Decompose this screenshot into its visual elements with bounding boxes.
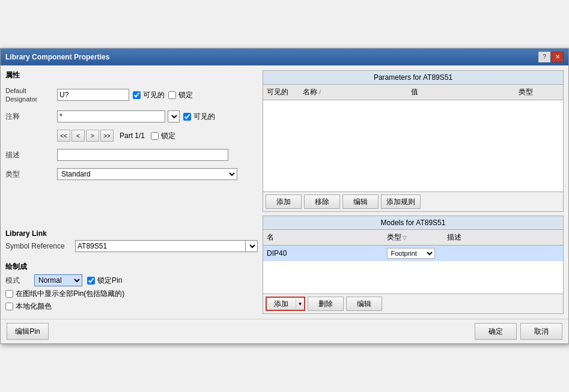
- dialog-window: Library Component Properties ? ✕ 属性 Defa…: [0, 48, 569, 345]
- models-add-btn[interactable]: 添加: [266, 297, 296, 311]
- models-row[interactable]: DIP40 Footprint: [263, 246, 563, 261]
- models-col-type: 类型 ▽: [383, 231, 443, 244]
- lock-label-1: 锁定: [178, 90, 193, 100]
- model-desc-cell: [443, 252, 564, 255]
- close-button[interactable]: ✕: [552, 52, 564, 62]
- models-add-split-btn: 添加 ▼: [266, 297, 305, 311]
- params-col-name: 名称 /: [299, 86, 407, 98]
- mode-select[interactable]: Normal DeMorgan IEEE: [34, 274, 82, 286]
- params-body: [263, 100, 563, 192]
- nav-first-btn[interactable]: <<: [57, 130, 70, 142]
- nav-last-btn[interactable]: >>: [100, 130, 114, 142]
- lock-label-2: 锁定: [161, 131, 175, 141]
- params-actions: 添加 移除 编辑 添加规则: [263, 191, 563, 211]
- visible-checkbox-2[interactable]: [183, 113, 191, 121]
- type-select[interactable]: Standard Mechanical Graphical: [57, 168, 237, 180]
- lock-pin-checkbox[interactable]: [87, 277, 95, 285]
- model-name-cell: DIP40: [263, 248, 383, 259]
- params-col-visible: 可见的: [263, 86, 299, 98]
- nav-prev-btn[interactable]: <: [72, 130, 85, 142]
- params-columns: 可见的 名称 / 值 类型: [263, 85, 563, 100]
- model-type-select[interactable]: Footprint: [387, 248, 435, 259]
- params-add-rule-btn[interactable]: 添加规则: [381, 194, 421, 209]
- models-col-desc: 描述: [443, 231, 564, 244]
- dialog-footer: 编辑Pin 确定 取消: [1, 319, 568, 343]
- designator-label: DefaultDesignator: [5, 86, 53, 104]
- dialog-body: 属性 DefaultDesignator U? 可见的 锁定 注释: [1, 65, 568, 319]
- library-link-section: Library Link Symbol Reference AT89S51: [5, 229, 258, 256]
- symbol-ref-row: Symbol Reference AT89S51: [5, 240, 258, 252]
- local-color-row: 本地化颜色: [5, 301, 258, 312]
- edit-pin-btn[interactable]: 编辑Pin: [7, 323, 49, 340]
- dialog-title: Library Component Properties: [5, 53, 109, 61]
- params-col-value: 值: [407, 86, 516, 98]
- visible-checkbox-1[interactable]: [133, 91, 141, 99]
- nav-next-btn[interactable]: >: [86, 130, 99, 142]
- model-type-cell: Footprint: [383, 247, 443, 260]
- library-link-label: Library Link: [5, 229, 258, 238]
- nav-buttons: << < > >>: [57, 130, 114, 142]
- desc-row: 描述: [5, 149, 258, 161]
- title-bar-buttons: ? ✕: [538, 52, 564, 62]
- models-col-name: 名: [263, 231, 383, 244]
- lock-pin-label: 锁定Pin: [97, 276, 122, 286]
- part-text: Part 1/1: [120, 131, 145, 140]
- mode-label: 模式: [5, 276, 29, 286]
- visible-check-2-row: 可见的: [183, 112, 215, 122]
- title-bar: Library Component Properties ? ✕: [1, 49, 568, 65]
- lock-check-1-row: 锁定: [168, 90, 193, 100]
- lock-checkbox-1[interactable]: [168, 91, 176, 99]
- right-panel: Parameters for AT89S51 可见的 名称 / 值 类型 添加 …: [263, 70, 564, 315]
- models-add-arrow-btn[interactable]: ▼: [296, 297, 305, 311]
- models-body: DIP40 Footprint: [263, 246, 563, 294]
- type-label: 类型: [5, 169, 53, 179]
- left-panel: 属性 DefaultDesignator U? 可见的 锁定 注释: [5, 70, 258, 315]
- models-box: Models for AT89S51 名 类型 ▽ 描述 DIP40 Foo: [263, 216, 564, 314]
- models-columns: 名 类型 ▽ 描述: [263, 230, 563, 246]
- show-all-pins-checkbox[interactable]: [5, 290, 13, 298]
- params-header: Parameters for AT89S51: [263, 71, 563, 85]
- footer-right: 确定 取消: [475, 323, 562, 340]
- desc-input[interactable]: [57, 149, 228, 161]
- models-actions: 添加 ▼ 删除 编辑: [263, 294, 563, 313]
- note-row: 注释 * 可见的: [5, 110, 258, 122]
- params-col-type: 类型: [515, 86, 563, 98]
- drawing-section: 绘制成 模式 Normal DeMorgan IEEE 锁定Pin 在图纸: [5, 262, 258, 314]
- note-dropdown[interactable]: [168, 110, 180, 122]
- params-edit-btn[interactable]: 编辑: [342, 194, 379, 209]
- note-input[interactable]: *: [57, 110, 165, 122]
- local-color-label: 本地化颜色: [16, 301, 52, 312]
- designator-input[interactable]: U?: [57, 89, 129, 101]
- designator-row: DefaultDesignator U? 可见的 锁定: [5, 86, 258, 104]
- mode-row: 模式 Normal DeMorgan IEEE 锁定Pin: [5, 274, 258, 286]
- note-label: 注释: [5, 112, 53, 122]
- params-remove-btn[interactable]: 移除: [304, 194, 340, 209]
- params-add-btn[interactable]: 添加: [266, 194, 302, 209]
- footer-left: 编辑Pin: [7, 323, 49, 340]
- local-color-checkbox[interactable]: [5, 303, 13, 310]
- lock-pin-row: 锁定Pin: [87, 276, 122, 286]
- help-button[interactable]: ?: [538, 52, 550, 62]
- spacer-1: [5, 187, 258, 223]
- symbol-ref-label: Symbol Reference: [5, 242, 72, 250]
- show-all-pins-row: 在图纸中显示全部Pin(包括隐藏的): [5, 289, 258, 299]
- type-row: 类型 Standard Mechanical Graphical: [5, 168, 258, 180]
- ok-btn[interactable]: 确定: [475, 323, 517, 340]
- lock-check-2-row: 锁定: [151, 131, 175, 141]
- nav-row: << < > >> Part 1/1 锁定: [57, 130, 258, 142]
- models-header: Models for AT89S51: [263, 216, 563, 230]
- symbol-ref-input[interactable]: AT89S51: [75, 240, 246, 252]
- lock-checkbox-2[interactable]: [151, 132, 159, 140]
- symbol-ref-dropdown[interactable]: [246, 240, 258, 252]
- visible-check-1-row: 可见的: [133, 90, 165, 100]
- models-sort-indicator: ▽: [403, 235, 407, 241]
- params-sort-indicator: /: [319, 89, 321, 95]
- drawing-label: 绘制成: [5, 262, 258, 272]
- desc-label: 描述: [5, 150, 53, 160]
- models-remove-btn[interactable]: 删除: [308, 297, 344, 311]
- params-box: Parameters for AT89S51 可见的 名称 / 值 类型 添加 …: [263, 70, 564, 213]
- properties-section-label: 属性: [5, 70, 258, 80]
- cancel-btn[interactable]: 取消: [520, 323, 562, 340]
- show-all-pins-label: 在图纸中显示全部Pin(包括隐藏的): [16, 289, 124, 299]
- models-edit-btn[interactable]: 编辑: [346, 297, 382, 311]
